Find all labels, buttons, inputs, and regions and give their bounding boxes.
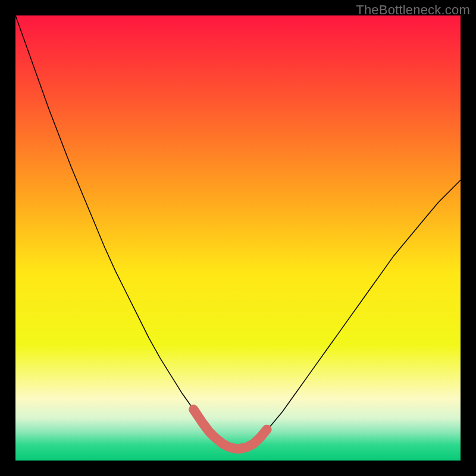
chart-svg <box>15 15 461 461</box>
chart-plot-area <box>15 15 461 461</box>
chart-frame: TheBottleneck.com <box>0 0 476 476</box>
chart-background <box>15 15 461 461</box>
